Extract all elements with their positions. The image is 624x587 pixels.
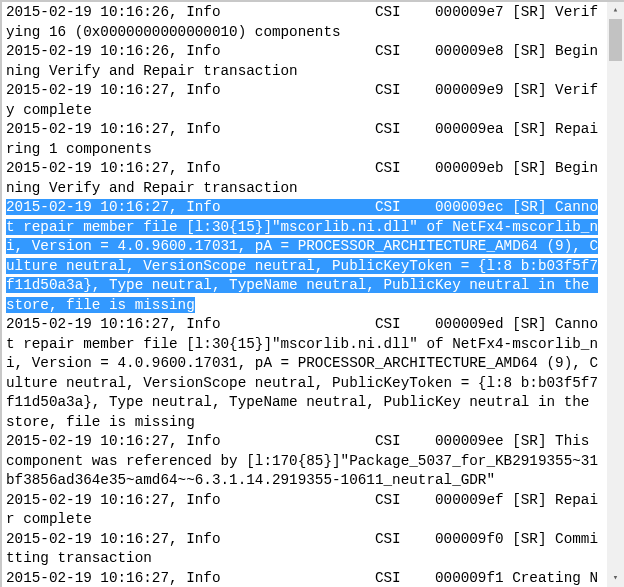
- log-line: 2015-02-19 10:16:27, Info CSI 000009ed […: [6, 316, 598, 430]
- log-line: 2015-02-19 10:16:27, Info CSI 000009ef […: [6, 492, 598, 528]
- log-line: 2015-02-19 10:16:26, Info CSI 000009e7 […: [6, 4, 598, 40]
- log-viewer-window: 2015-02-19 10:16:26, Info CSI 000009e7 […: [2, 2, 624, 587]
- log-line: 2015-02-19 10:16:27, Info CSI 000009f1 C…: [6, 570, 598, 588]
- log-text-area[interactable]: 2015-02-19 10:16:26, Info CSI 000009e7 […: [2, 2, 607, 587]
- log-line: 2015-02-19 10:16:27, Info CSI 000009ee […: [6, 433, 598, 488]
- log-line: 2015-02-19 10:16:27, Info CSI 000009eb […: [6, 160, 598, 196]
- log-line: 2015-02-19 10:16:27, Info CSI 000009ea […: [6, 121, 598, 157]
- log-line: 2015-02-19 10:16:27, Info CSI 000009f0 […: [6, 531, 598, 567]
- scroll-up-arrow-icon[interactable]: ▴: [607, 2, 624, 19]
- log-line: 2015-02-19 10:16:27, Info CSI 000009e9 […: [6, 82, 598, 118]
- vertical-scrollbar[interactable]: ▴ ▾: [607, 2, 624, 587]
- scroll-down-arrow-icon[interactable]: ▾: [607, 570, 624, 587]
- log-line: 2015-02-19 10:16:26, Info CSI 000009e8 […: [6, 43, 598, 79]
- scrollbar-thumb[interactable]: [609, 19, 622, 61]
- scrollbar-track[interactable]: [607, 19, 624, 570]
- log-line-selected: 2015-02-19 10:16:27, Info CSI 000009ec […: [6, 199, 598, 313]
